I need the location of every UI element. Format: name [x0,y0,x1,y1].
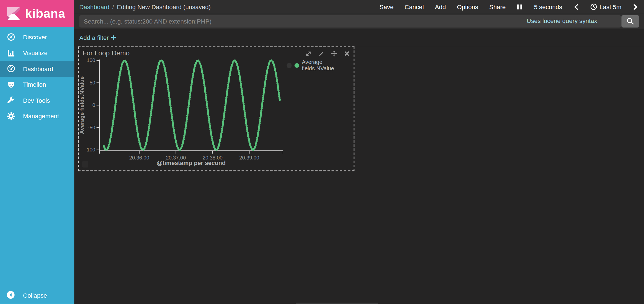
search-input-wrap: Uses lucene query syntax [79,15,621,27]
pencil-icon [318,51,324,56]
share-button[interactable]: Share [489,3,506,10]
main-area: Dashboard / Editing New Dashboard (unsav… [74,0,644,304]
sidebar-collapse-button[interactable]: Collapse [0,287,74,303]
search-bar: Uses lucene query syntax [74,14,644,29]
sidebar-item-label: Dev Tools [23,97,50,104]
expand-icon [306,51,311,56]
kibana-logo-icon [5,5,22,22]
breadcrumb-dashboard-link[interactable]: Dashboard [79,3,109,10]
panel-watermark [82,161,88,168]
add-filter-label: Add a filter [79,34,109,41]
lucene-syntax-hint[interactable]: Uses lucene query syntax [527,17,597,24]
sidebar-item-label: Dashboard [23,65,53,72]
pause-refresh-button[interactable] [517,4,523,10]
sidebar-item-timelion[interactable]: Timelion [0,77,74,92]
sidebar-item-label: Discover [23,34,47,40]
y-tick-label: 0 [92,102,95,108]
chevron-left-icon [573,4,579,10]
panel-for-loop-demo: 100500-50-10020:36:0020:37:0020:38:0020:… [78,47,354,171]
lion-icon [6,79,16,89]
app-root: kibana Discover Visualize Dashboard [0,0,644,304]
y-tick-label: 50 [90,80,96,86]
top-bar: Dashboard / Editing New Dashboard (unsav… [74,0,644,14]
sidebar-item-discover[interactable]: Discover [0,29,74,45]
chevron-right-icon [632,4,638,10]
kibana-wordmark: kibana [25,7,65,20]
add-filter-button[interactable]: Add a filter [79,34,116,41]
y-tick-label: 100 [87,57,95,63]
sidebar-item-label: Management [23,113,59,120]
sidebar-item-dev-tools[interactable]: Dev Tools [0,92,74,108]
panel-move-button[interactable] [331,50,337,56]
time-range-label: Last 5m [599,3,621,10]
dashboard-canvas: 100500-50-10020:36:0020:37:0020:38:0020:… [74,47,644,304]
plus-icon [111,35,116,40]
x-tick-label: 20:39:00 [239,155,259,161]
series-line[interactable] [104,60,280,150]
legend-item[interactable]: Average fields.NValue [287,59,354,72]
bar-chart-icon [6,48,16,58]
sidebar: kibana Discover Visualize Dashboard [0,0,74,304]
save-button[interactable]: Save [380,3,394,10]
filter-bar: Add a filter [74,29,644,47]
breadcrumb: Dashboard / Editing New Dashboard (unsav… [79,3,211,10]
options-button[interactable]: Options [457,3,478,10]
sidebar-item-dashboard[interactable]: Dashboard [0,61,74,77]
clock-icon [590,3,597,10]
panel-edit-button[interactable] [318,51,324,56]
sidebar-item-label: Visualize [23,49,48,56]
legend-series-dot [295,63,299,68]
x-tick-label: 20:36:00 [129,155,149,161]
panel-toolbar [306,50,350,56]
sidebar-item-label: Timelion [23,81,46,88]
wrench-icon [6,96,16,105]
close-icon [344,51,349,56]
gauge-icon [6,64,16,74]
bottom-scrollbar-line[interactable] [296,303,378,303]
gear-icon [6,111,16,121]
topbar-actions: Save Cancel Add Options Share 5 seconds … [380,3,638,10]
sidebar-item-management[interactable]: Management [0,108,74,124]
legend-series-label: Average fields.NValue [302,59,354,72]
search-submit-button[interactable] [621,15,639,27]
collapse-label: Collapse [23,292,47,299]
time-range-button[interactable]: Last 5m [590,3,621,10]
panel-close-button[interactable] [344,51,349,56]
panel-title: For Loop Demo [83,49,130,57]
y-tick-label: -100 [85,147,95,153]
move-icon [331,50,337,56]
pause-icon [517,4,523,10]
add-button[interactable]: Add [435,3,446,10]
y-tick-label: -50 [88,125,95,130]
breadcrumb-separator: / [112,3,114,10]
y-axis-title: Average fields.NValue [79,76,85,134]
x-axis-title: @timestamp per second [157,160,226,166]
breadcrumb-current: Editing New Dashboard (unsaved) [117,3,211,10]
legend-toggle-icon [287,63,292,68]
compass-icon [6,32,16,42]
time-forward-button[interactable] [632,4,638,10]
search-icon [626,17,634,25]
sidebar-nav: Discover Visualize Dashboard Timelion [0,29,74,124]
series-point-markers [104,60,280,150]
panel-expand-button[interactable] [306,51,311,56]
collapse-icon [6,290,16,300]
kibana-logo[interactable]: kibana [0,0,74,27]
refresh-interval-label[interactable]: 5 seconds [534,3,562,10]
sidebar-item-visualize[interactable]: Visualize [0,45,74,61]
time-back-button[interactable] [573,4,579,10]
cancel-button[interactable]: Cancel [405,3,424,10]
